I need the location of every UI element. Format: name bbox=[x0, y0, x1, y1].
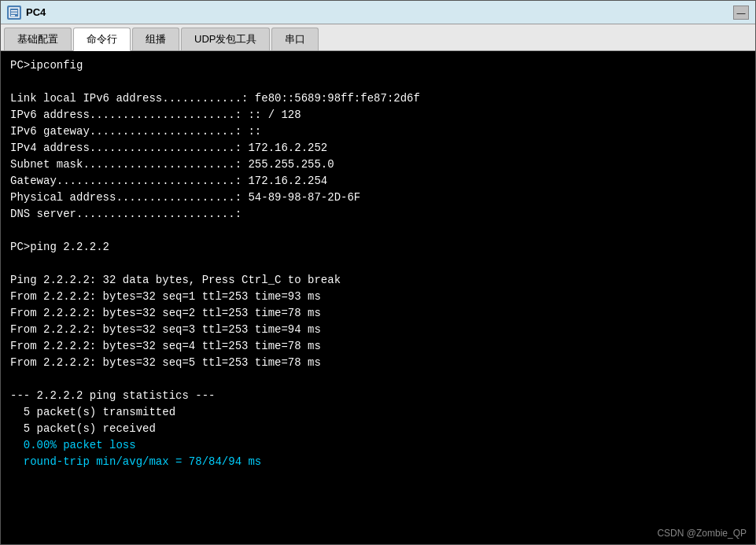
terminal-line bbox=[10, 223, 746, 239]
terminal-line: From 2.2.2.2: bytes=32 seq=1 ttl=253 tim… bbox=[10, 289, 746, 305]
terminal-line: IPv4 address......................: 172.… bbox=[10, 140, 746, 157]
terminal-line: IPv6 gateway......................: :: bbox=[10, 123, 746, 140]
window-icon bbox=[7, 6, 21, 20]
svg-rect-1 bbox=[11, 10, 17, 12]
tab-basic-config[interactable]: 基础配置 bbox=[4, 28, 72, 50]
window-title: PC4 bbox=[26, 6, 46, 18]
terminal-line: Subnet mask.......................: 255.… bbox=[10, 157, 746, 173]
main-window: PC4 — 基础配置 命令行 组播 UDP发包工具 串口 PC>ipconfig… bbox=[0, 0, 756, 545]
terminal-line: From 2.2.2.2: bytes=32 seq=3 ttl=253 tim… bbox=[10, 322, 746, 338]
title-bar: PC4 — bbox=[1, 1, 755, 24]
window-container: PC4 — 基础配置 命令行 组播 UDP发包工具 串口 PC>ipconfig… bbox=[0, 0, 756, 545]
terminal-line-roundtrip: round-trip min/avg/max = 78/84/94 ms bbox=[10, 454, 746, 470]
terminal-line: DNS server........................: bbox=[10, 206, 746, 223]
terminal-line: IPv6 address......................: :: /… bbox=[10, 107, 746, 123]
terminal-line bbox=[10, 74, 746, 90]
terminal-line: 5 packet(s) received bbox=[10, 421, 746, 437]
minimize-button[interactable]: — bbox=[733, 6, 749, 20]
tab-udp-tool[interactable]: UDP发包工具 bbox=[181, 28, 270, 50]
watermark: CSDN @Zombie_QP bbox=[657, 528, 747, 539]
terminal-line bbox=[10, 371, 746, 388]
tab-bar: 基础配置 命令行 组播 UDP发包工具 串口 bbox=[1, 24, 755, 51]
terminal-line: From 2.2.2.2: bytes=32 seq=5 ttl=253 tim… bbox=[10, 355, 746, 371]
terminal-line: From 2.2.2.2: bytes=32 seq=2 ttl=253 tim… bbox=[10, 305, 746, 322]
terminal-line: 5 packet(s) transmitted bbox=[10, 404, 746, 421]
terminal-line: PC>ping 2.2.2.2 bbox=[10, 239, 746, 256]
terminal-line bbox=[10, 256, 746, 272]
terminal-line: Ping 2.2.2.2: 32 data bytes, Press Ctrl_… bbox=[10, 272, 746, 289]
terminal-line-packet-loss: 0.00% packet loss bbox=[10, 437, 746, 454]
tab-serial[interactable]: 串口 bbox=[271, 28, 319, 50]
title-bar-left: PC4 bbox=[7, 6, 46, 20]
terminal-output[interactable]: PC>ipconfig Link local IPv6 address.....… bbox=[1, 51, 755, 544]
svg-rect-2 bbox=[11, 13, 17, 14]
terminal-line: Gateway...........................: 172.… bbox=[10, 173, 746, 190]
tab-multicast[interactable]: 组播 bbox=[132, 28, 179, 50]
svg-rect-3 bbox=[11, 15, 15, 17]
terminal-line: Physical address..................: 54-8… bbox=[10, 190, 746, 206]
terminal-line: From 2.2.2.2: bytes=32 seq=4 ttl=253 tim… bbox=[10, 338, 746, 355]
tab-command-line[interactable]: 命令行 bbox=[73, 28, 131, 51]
window-controls: — bbox=[733, 6, 749, 20]
terminal-line: Link local IPv6 address............: fe8… bbox=[10, 90, 746, 107]
terminal-line: --- 2.2.2.2 ping statistics --- bbox=[10, 388, 746, 404]
terminal-line: PC>ipconfig bbox=[10, 57, 746, 74]
